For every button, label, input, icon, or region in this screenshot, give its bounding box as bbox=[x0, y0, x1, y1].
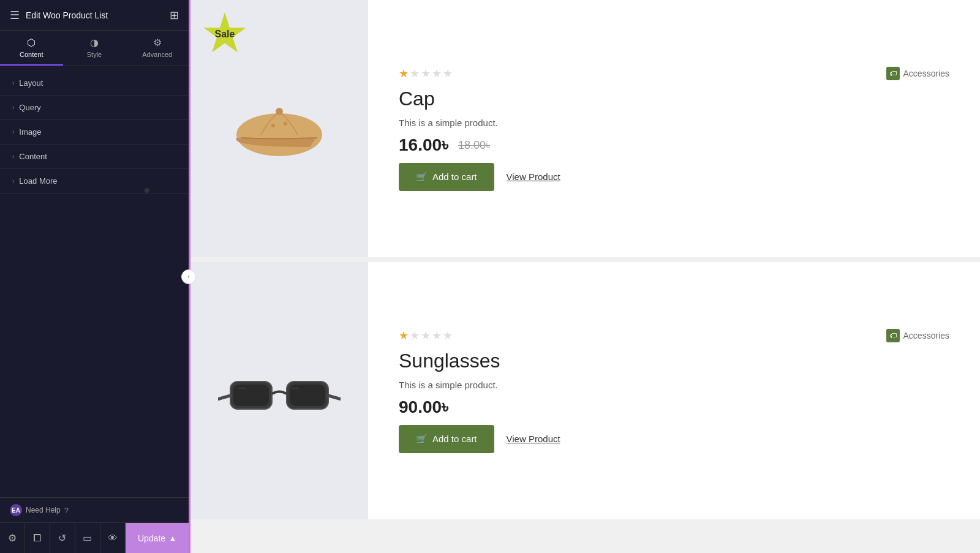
sunglasses-stars: ★ ★ ★ ★ ★ bbox=[399, 329, 453, 342]
cart-icon: 🛒 bbox=[416, 434, 428, 445]
sunglasses-add-to-cart-label: Add to cart bbox=[432, 434, 477, 444]
menu-item-content[interactable]: › Content bbox=[0, 145, 189, 169]
cap-product-desc: This is a simple product. bbox=[399, 118, 949, 128]
tab-content[interactable]: ⬡ Content bbox=[0, 31, 63, 66]
sidebar-menu: › Layout › Query › Image › Content › Loa… bbox=[0, 66, 189, 497]
chevron-up-icon: ▲ bbox=[169, 534, 176, 543]
help-icon: ? bbox=[64, 506, 69, 515]
need-help-label[interactable]: Need Help bbox=[26, 506, 61, 514]
sunglasses-image bbox=[218, 329, 341, 452]
sunglasses-category-badge: 🏷 Accessories bbox=[886, 329, 949, 342]
cap-image bbox=[218, 67, 341, 190]
ea-badge: EA bbox=[10, 504, 22, 516]
menu-item-image[interactable]: › Image bbox=[0, 120, 189, 145]
sunglasses-view-product-link[interactable]: View Product bbox=[507, 434, 560, 444]
content-label: Content bbox=[19, 152, 47, 161]
star-4: ★ bbox=[432, 67, 442, 80]
update-button[interactable]: Update ▲ bbox=[126, 523, 189, 553]
tab-advanced[interactable]: ⚙ Advanced bbox=[126, 31, 189, 66]
cap-price-row: 16.00৳ 18.00৳ bbox=[399, 135, 949, 156]
star-2: ★ bbox=[410, 67, 420, 80]
advanced-tab-icon: ⚙ bbox=[153, 37, 162, 48]
layout-label: Layout bbox=[19, 78, 43, 88]
sunglasses-product-name: Sunglasses bbox=[399, 350, 949, 372]
svg-line-9 bbox=[328, 396, 341, 400]
svg-line-8 bbox=[218, 396, 230, 400]
history-icon-btn[interactable]: ↺ bbox=[50, 523, 75, 553]
cart-icon: 🛒 bbox=[416, 171, 428, 182]
hamburger-icon[interactable]: ☰ bbox=[10, 9, 20, 22]
chevron-right-icon: › bbox=[12, 104, 14, 111]
cap-category-badge: 🏷 Accessories bbox=[886, 67, 949, 80]
sidebar-tabs: ⬡ Content ◑ Style ⚙ Advanced bbox=[0, 31, 189, 66]
layers-icon-btn[interactable]: ⧠ bbox=[25, 523, 50, 553]
sidebar-title: Edit Woo Product List bbox=[26, 10, 108, 20]
star-5: ★ bbox=[443, 329, 453, 342]
menu-item-layout[interactable]: › Layout bbox=[0, 71, 189, 96]
sunglasses-price-row: 90.00৳ bbox=[399, 397, 949, 418]
product-card-sunglasses: ★ ★ ★ ★ ★ 🏷 Accessories Sunglasses This … bbox=[190, 262, 980, 519]
update-label: Update bbox=[138, 533, 165, 543]
cap-product-name: Cap bbox=[399, 88, 949, 110]
cap-top-row: ★ ★ ★ ★ ★ 🏷 Accessories bbox=[399, 67, 949, 80]
accessories-icon: 🏷 bbox=[886, 329, 900, 342]
star-1: ★ bbox=[399, 329, 409, 342]
sidebar-footer: ⚙ ⧠ ↺ ▭ 👁 Update ▲ bbox=[0, 522, 189, 553]
content-tab-icon: ⬡ bbox=[27, 37, 36, 48]
product-card-cap: Sale bbox=[190, 0, 980, 257]
collapse-panel-button[interactable]: ‹ bbox=[181, 269, 196, 284]
need-help-section: EA Need Help ? bbox=[0, 497, 189, 522]
responsive-icon-btn[interactable]: ▭ bbox=[75, 523, 100, 553]
content-tab-label: Content bbox=[20, 51, 43, 58]
cap-category-label: Accessories bbox=[903, 69, 949, 78]
cap-stars: ★ ★ ★ ★ ★ bbox=[399, 67, 453, 80]
style-tab-icon: ◑ bbox=[90, 37, 99, 48]
sunglasses-top-row: ★ ★ ★ ★ ★ 🏷 Accessories bbox=[399, 329, 949, 342]
sunglasses-view-product-label: View Product bbox=[507, 434, 560, 444]
cap-action-row: 🛒 Add to cart View Product bbox=[399, 163, 949, 191]
star-1: ★ bbox=[399, 67, 409, 80]
accessories-icon: 🏷 bbox=[886, 67, 900, 80]
menu-item-load-more[interactable]: › Load More bbox=[0, 169, 189, 194]
star-5: ★ bbox=[443, 67, 453, 80]
star-4: ★ bbox=[432, 329, 442, 342]
cap-view-product-link[interactable]: View Product bbox=[507, 171, 560, 182]
svg-point-3 bbox=[284, 122, 287, 126]
sale-badge-label: Sale bbox=[215, 29, 235, 40]
main-content: Sale bbox=[189, 0, 980, 553]
sidebar-header-left: ☰ Edit Woo Product List bbox=[10, 9, 108, 22]
cap-add-to-cart-label: Add to cart bbox=[432, 171, 477, 182]
cap-price-original: 18.00৳ bbox=[458, 139, 490, 152]
product-info-cap: ★ ★ ★ ★ ★ 🏷 Accessories Cap This is a si… bbox=[368, 0, 980, 257]
load-more-label: Load More bbox=[19, 176, 57, 186]
sunglasses-add-to-cart-button[interactable]: 🛒 Add to cart bbox=[399, 425, 494, 453]
query-label: Query bbox=[19, 103, 40, 112]
sidebar-header: ☰ Edit Woo Product List ⊞ bbox=[0, 0, 189, 31]
product-image-area-cap: Sale bbox=[190, 0, 368, 257]
grid-icon[interactable]: ⊞ bbox=[170, 9, 179, 22]
preview-icon-btn[interactable]: 👁 bbox=[100, 523, 126, 553]
sunglasses-price-current: 90.00৳ bbox=[399, 397, 448, 418]
product-info-sunglasses: ★ ★ ★ ★ ★ 🏷 Accessories Sunglasses This … bbox=[368, 262, 980, 519]
svg-point-2 bbox=[271, 124, 275, 127]
chevron-right-icon: › bbox=[12, 178, 14, 184]
chevron-right-icon: › bbox=[12, 129, 14, 135]
sunglasses-action-row: 🛒 Add to cart View Product bbox=[399, 425, 949, 453]
chevron-right-icon: › bbox=[12, 153, 14, 160]
star-3: ★ bbox=[421, 329, 431, 342]
cap-add-to-cart-button[interactable]: 🛒 Add to cart bbox=[399, 163, 494, 191]
sunglasses-product-desc: This is a simple product. bbox=[399, 380, 949, 390]
sidebar: ☰ Edit Woo Product List ⊞ ⬡ Content ◑ St… bbox=[0, 0, 189, 553]
chevron-right-icon: › bbox=[12, 80, 14, 86]
cap-view-product-label: View Product bbox=[507, 171, 560, 182]
sunglasses-category-label: Accessories bbox=[903, 331, 949, 340]
sale-badge-cap: Sale bbox=[203, 12, 247, 56]
menu-item-query[interactable]: › Query bbox=[0, 96, 189, 120]
advanced-tab-label: Advanced bbox=[142, 51, 172, 58]
cap-price-current: 16.00৳ bbox=[399, 135, 448, 156]
star-3: ★ bbox=[421, 67, 431, 80]
image-label: Image bbox=[19, 127, 41, 137]
tab-style[interactable]: ◑ Style bbox=[63, 31, 126, 66]
product-image-area-sunglasses bbox=[190, 262, 368, 519]
settings-icon-btn[interactable]: ⚙ bbox=[0, 523, 25, 553]
